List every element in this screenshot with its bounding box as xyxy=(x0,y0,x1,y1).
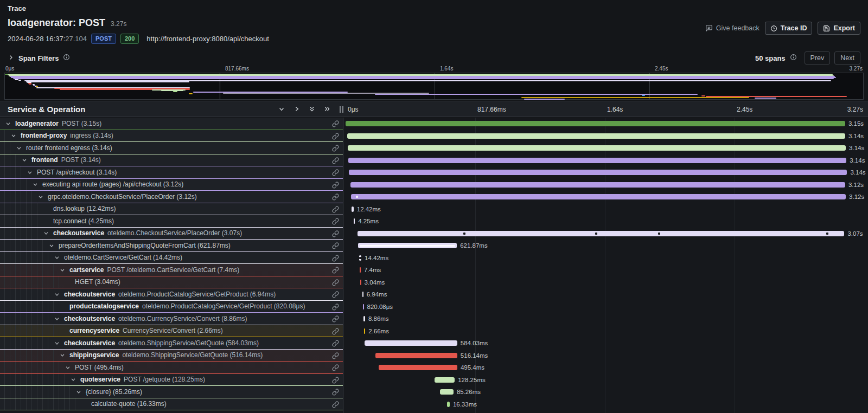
span-link-icon[interactable] xyxy=(332,132,339,142)
span-duration-bar[interactable] xyxy=(364,328,365,334)
span-duration-bar[interactable] xyxy=(440,389,454,395)
span-link-icon[interactable] xyxy=(332,266,339,276)
span-row-label-cell[interactable]: {closure} (85.26ms) xyxy=(0,386,343,398)
minimap-canvas[interactable] xyxy=(4,73,864,100)
span-row-label-cell[interactable]: loadgeneratorPOST (3.15s) xyxy=(0,118,343,130)
span-link-icon[interactable] xyxy=(332,193,339,203)
span-duration-bar[interactable] xyxy=(363,316,365,321)
span-duration-bar[interactable] xyxy=(360,280,361,285)
span-row[interactable]: loadgeneratorPOST (3.15s)3.15s xyxy=(0,118,868,130)
chevron-down-icon[interactable] xyxy=(42,230,50,236)
span-link-icon[interactable] xyxy=(332,169,339,178)
span-duration-bar[interactable] xyxy=(348,158,846,163)
span-link-icon[interactable] xyxy=(332,339,339,349)
span-duration-bar[interactable] xyxy=(351,194,846,199)
chevron-down-icon[interactable] xyxy=(4,121,12,126)
panel-resize-handle[interactable] xyxy=(340,106,343,113)
span-row[interactable]: quoteservicePOST /getquote (128.25ms)128… xyxy=(0,374,868,386)
span-row[interactable]: prepareOrderItemsAndShippingQuoteFromCar… xyxy=(0,240,868,252)
chevron-down-icon[interactable] xyxy=(48,243,55,248)
span-duration-bar[interactable] xyxy=(354,218,355,224)
span-duration-bar[interactable] xyxy=(346,121,845,126)
span-row[interactable]: productcatalogserviceoteldemo.ProductCat… xyxy=(0,301,868,313)
span-row-label-cell[interactable]: executing api route (pages) /api/checkou… xyxy=(0,179,343,191)
chevron-down-icon[interactable] xyxy=(64,365,72,370)
span-row[interactable]: router frontend egress (3.14s)3.14s xyxy=(0,142,868,154)
span-row[interactable]: POST /api/checkout (3.14s)3.14s xyxy=(0,166,868,179)
span-duration-bar[interactable] xyxy=(359,255,361,261)
prev-span-button[interactable]: Prev xyxy=(805,51,831,64)
span-duration-bar[interactable] xyxy=(358,243,457,248)
span-link-icon[interactable] xyxy=(332,376,339,386)
span-link-icon[interactable] xyxy=(332,279,339,288)
chevron-down-icon[interactable] xyxy=(53,255,61,260)
span-row-label-cell[interactable]: grpc.oteldemo.CheckoutService/PlaceOrder… xyxy=(0,191,343,203)
span-duration-bar[interactable] xyxy=(363,304,364,309)
span-link-icon[interactable] xyxy=(332,388,339,398)
span-row[interactable]: grpc.oteldemo.CheckoutService/PlaceOrder… xyxy=(0,191,868,203)
span-link-icon[interactable] xyxy=(332,291,339,300)
span-link-icon[interactable] xyxy=(332,217,339,227)
chevron-down-icon[interactable] xyxy=(75,389,82,395)
expand-one-icon[interactable] xyxy=(293,105,301,113)
chevron-down-icon[interactable] xyxy=(53,316,61,321)
span-row-label-cell[interactable]: POST (495.4ms) xyxy=(0,362,343,374)
span-row-label-cell[interactable]: tcp.connect (4.25ms) xyxy=(0,215,343,228)
span-duration-bar[interactable] xyxy=(379,365,457,370)
chevron-down-icon[interactable] xyxy=(26,170,34,175)
span-row-label-cell[interactable]: oteldemo.CartService/GetCart (14.42ms) xyxy=(0,252,343,264)
span-row-label-cell[interactable]: frontend-proxyingress (3.14s) xyxy=(0,130,343,143)
span-duration-bar[interactable] xyxy=(447,402,450,407)
span-duration-bar[interactable] xyxy=(375,353,457,358)
span-link-icon[interactable] xyxy=(332,144,339,154)
span-duration-bar[interactable] xyxy=(350,182,845,188)
span-row-label-cell[interactable]: shippingserviceoteldemo.ShippingService/… xyxy=(0,350,343,362)
span-duration-bar[interactable] xyxy=(358,231,845,236)
chevron-down-icon[interactable] xyxy=(69,377,77,382)
span-link-icon[interactable] xyxy=(332,401,339,410)
span-link-icon[interactable] xyxy=(332,205,339,215)
span-row-label-cell[interactable]: frontendPOST (3.14s) xyxy=(0,154,343,167)
span-link-icon[interactable] xyxy=(332,230,339,240)
span-row-label-cell[interactable]: checkoutserviceoteldemo.CurrencyService/… xyxy=(0,313,343,325)
span-row[interactable]: checkoutserviceoteldemo.ShippingService/… xyxy=(0,337,868,350)
span-row[interactable]: cartservicePOST /oteldemo.CartService/Ge… xyxy=(0,264,868,276)
export-button[interactable]: Export xyxy=(818,22,860,35)
chevron-down-icon[interactable] xyxy=(59,352,66,358)
span-row[interactable]: checkoutserviceoteldemo.ProductCatalogSe… xyxy=(0,288,868,301)
span-row-label-cell[interactable]: HGET (3.04ms) xyxy=(0,276,343,289)
give-feedback-button[interactable]: Give feedback xyxy=(705,24,760,32)
span-row[interactable]: checkoutserviceoteldemo.CheckoutService/… xyxy=(0,228,868,240)
span-duration-bar[interactable] xyxy=(360,267,361,273)
span-row-label-cell[interactable]: POST /api/checkout (3.14s) xyxy=(0,166,343,179)
span-row-label-cell[interactable]: quoteservicePOST /getquote (128.25ms) xyxy=(0,374,343,386)
chevron-down-icon[interactable] xyxy=(53,340,61,346)
span-row[interactable]: frontend-proxyingress (3.14s)3.14s xyxy=(0,130,868,143)
span-duration-bar[interactable] xyxy=(435,377,455,383)
span-row[interactable]: oteldemo.CartService/GetCart (14.42ms)14… xyxy=(0,252,868,264)
span-link-icon[interactable] xyxy=(332,327,339,337)
chevron-down-icon[interactable] xyxy=(31,182,39,187)
span-row[interactable]: shippingserviceoteldemo.ShippingService/… xyxy=(0,350,868,362)
span-row-label-cell[interactable]: productcatalogserviceoteldemo.ProductCat… xyxy=(0,301,343,313)
span-link-icon[interactable] xyxy=(332,242,339,251)
chevron-down-icon[interactable] xyxy=(37,194,44,199)
next-span-button[interactable]: Next xyxy=(834,51,860,64)
span-row[interactable]: HGET (3.04ms)3.04ms xyxy=(0,276,868,289)
span-row-label-cell[interactable]: prepareOrderItemsAndShippingQuoteFromCar… xyxy=(0,240,343,252)
span-row-label-cell[interactable]: checkoutserviceoteldemo.ShippingService/… xyxy=(0,337,343,350)
span-row-label-cell[interactable]: currencyserviceCurrencyService/Convert (… xyxy=(0,325,343,338)
span-link-icon[interactable] xyxy=(332,120,339,130)
span-row[interactable]: POST (495.4ms)495.4ms xyxy=(0,362,868,374)
span-row-label-cell[interactable]: calculate-quote (16.33ms) xyxy=(0,398,343,411)
chevron-down-icon[interactable] xyxy=(21,157,28,163)
span-row[interactable]: executing api route (pages) /api/checkou… xyxy=(0,179,868,191)
span-row[interactable]: checkoutserviceoteldemo.CurrencyService/… xyxy=(0,313,868,325)
collapse-all-icon[interactable] xyxy=(308,105,316,113)
expand-all-icon[interactable] xyxy=(323,105,331,113)
span-row-label-cell[interactable]: checkoutserviceoteldemo.ProductCatalogSe… xyxy=(0,288,343,301)
chevron-down-icon[interactable] xyxy=(10,133,17,138)
collapse-one-icon[interactable] xyxy=(278,105,285,113)
span-duration-bar[interactable] xyxy=(362,292,363,297)
span-link-icon[interactable] xyxy=(332,303,339,313)
